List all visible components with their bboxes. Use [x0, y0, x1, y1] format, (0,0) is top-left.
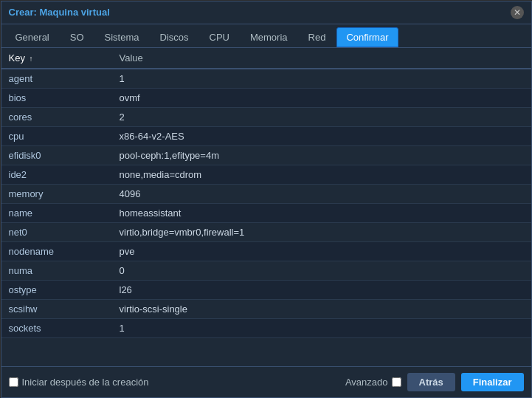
table-cell-key: net0: [1, 222, 112, 241]
table-row: efidisk0pool-ceph:1,efitype=4m: [1, 145, 531, 165]
table-cell-value: 4096: [112, 184, 531, 203]
table-cell-value: virtio,bridge=vmbr0,firewall=1: [112, 222, 531, 241]
main-content: Key ↑ Value agent1biosovmfcores2cpux86-6…: [1, 48, 531, 397]
tab-general[interactable]: General: [6, 27, 59, 47]
table-row: cores2: [1, 107, 531, 126]
tab-sistema[interactable]: Sistema: [95, 27, 149, 47]
title-bar: Crear: Maquina virtual ✕: [1, 1, 531, 24]
table-cell-value: 0: [112, 261, 531, 280]
table-cell-value: l26: [112, 280, 531, 299]
start-after-create-checkbox[interactable]: [9, 377, 18, 387]
dialog: Crear: Maquina virtual ✕ GeneralSOSistem…: [1, 1, 532, 398]
col-value-header[interactable]: Value: [112, 48, 531, 69]
table-row: nodenamepve: [1, 241, 531, 261]
table-cell-value: pve: [112, 241, 531, 261]
table-cell-value: virtio-scsi-single: [112, 299, 531, 318]
table-row: namehomeassistant: [1, 203, 531, 222]
table-scroll[interactable]: Key ↑ Value agent1biosovmfcores2cpux86-6…: [1, 48, 531, 366]
sort-arrow-icon: ↑: [30, 55, 33, 63]
table-cell-key: bios: [1, 88, 112, 107]
tab-so[interactable]: SO: [61, 27, 94, 47]
tab-bar: GeneralSOSistemaDiscosCPUMemoriaRedConfi…: [1, 24, 531, 48]
tab-red[interactable]: Red: [299, 27, 336, 47]
config-table: Key ↑ Value agent1biosovmfcores2cpux86-6…: [1, 48, 531, 338]
table-cell-key: efidisk0: [1, 145, 112, 165]
table-row: agent1: [1, 69, 531, 89]
start-after-create-label[interactable]: Iniciar después de la creación: [9, 377, 149, 388]
table-row: biosovmf: [1, 88, 531, 107]
table-row: numa0: [1, 261, 531, 280]
col-key-header[interactable]: Key ↑: [1, 48, 112, 69]
footer-right: Avanzado Atrás Finalizar: [345, 373, 524, 391]
table-row: scsihwvirtio-scsi-single: [1, 299, 531, 318]
table-cell-key: nodename: [1, 241, 112, 261]
tab-memoria[interactable]: Memoria: [241, 27, 297, 47]
table-cell-value: ovmf: [112, 88, 531, 107]
table-cell-key: sockets: [1, 318, 112, 337]
table-cell-key: scsihw: [1, 299, 112, 318]
table-row: sockets1: [1, 318, 531, 337]
table-cell-key: name: [1, 203, 112, 222]
tab-confirmar[interactable]: Confirmar: [336, 27, 398, 47]
table-cell-key: ide2: [1, 165, 112, 184]
tab-cpu[interactable]: CPU: [200, 27, 239, 47]
table-cell-value: x86-64-v2-AES: [112, 126, 531, 145]
table-cell-key: cores: [1, 107, 112, 126]
table-row: cpux86-64-v2-AES: [1, 126, 531, 145]
table-cell-value: homeassistant: [112, 203, 531, 222]
table-container: Key ↑ Value agent1biosovmfcores2cpux86-6…: [1, 48, 531, 366]
avanzado-group: Avanzado: [345, 377, 401, 388]
close-button[interactable]: ✕: [511, 6, 524, 19]
table-row: ide2none,media=cdrom: [1, 165, 531, 184]
table-cell-value: 1: [112, 318, 531, 337]
table-row: ostypel26: [1, 280, 531, 299]
table-row: memory4096: [1, 184, 531, 203]
avanzado-checkbox[interactable]: [392, 377, 401, 387]
table-cell-key: ostype: [1, 280, 112, 299]
table-cell-key: numa: [1, 261, 112, 280]
finish-button[interactable]: Finalizar: [461, 373, 524, 391]
table-cell-value: 1: [112, 69, 531, 89]
table-cell-key: agent: [1, 69, 112, 89]
table-cell-value: none,media=cdrom: [112, 165, 531, 184]
table-cell-key: cpu: [1, 126, 112, 145]
table-row: net0virtio,bridge=vmbr0,firewall=1: [1, 222, 531, 241]
table-cell-key: memory: [1, 184, 112, 203]
table-cell-value: 2: [112, 107, 531, 126]
footer: Iniciar después de la creación Avanzado …: [1, 366, 531, 397]
dialog-title: Crear: Maquina virtual: [9, 7, 110, 18]
back-button[interactable]: Atrás: [407, 373, 455, 391]
tab-discos[interactable]: Discos: [151, 27, 198, 47]
table-cell-value: pool-ceph:1,efitype=4m: [112, 145, 531, 165]
